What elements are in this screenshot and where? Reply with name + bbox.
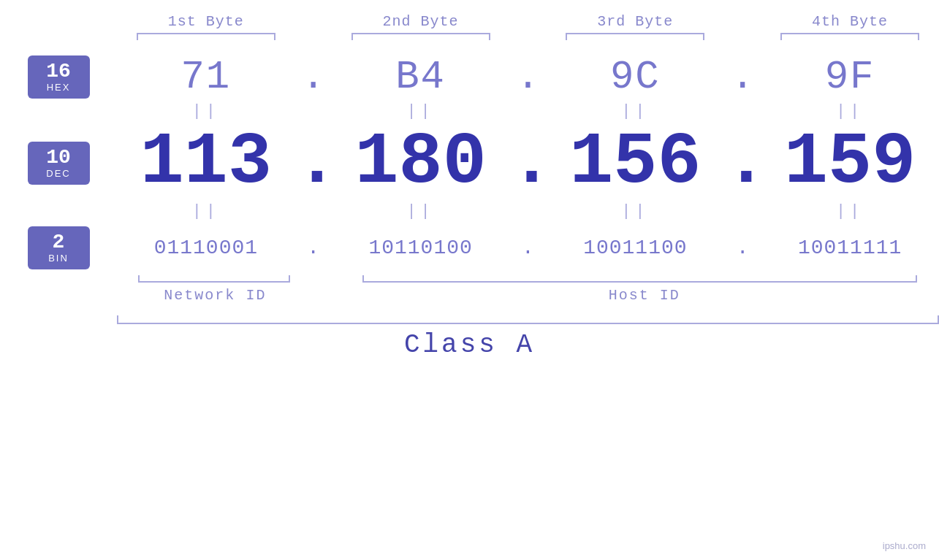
- bin-byte3: 10011100: [547, 237, 725, 259]
- dec-number: 10: [38, 147, 80, 168]
- bin-number: 2: [38, 232, 80, 253]
- bin-dot2: .: [510, 237, 547, 259]
- network-id-label: Network ID: [117, 287, 313, 304]
- bin-label-box: 2 BIN: [28, 226, 90, 269]
- byte2-header: 2nd Byte: [332, 13, 510, 30]
- eq2-b1: ||: [117, 202, 295, 220]
- eq1-b3: ||: [547, 102, 725, 120]
- equals-row-2: || || || ||: [0, 202, 939, 220]
- dec-dot3: .: [724, 126, 761, 199]
- eq1-b2: ||: [332, 102, 510, 120]
- hex-row: 16 HEX 71 . B4 . 9C . 9F: [0, 55, 939, 99]
- outer-bracket-row: [0, 315, 939, 324]
- byte2-top-bracket: [351, 33, 490, 40]
- byte3-header: 3rd Byte: [547, 13, 725, 30]
- byte4-header: 4th Byte: [761, 13, 939, 30]
- hex-byte4: 9F: [761, 55, 939, 99]
- bin-byte2: 10110100: [332, 237, 510, 259]
- byte3-top-bracket: [566, 33, 704, 40]
- eq1-b1: ||: [117, 102, 295, 120]
- dec-dot1: .: [295, 126, 332, 199]
- class-label: Class A: [404, 330, 535, 360]
- bin-row: 2 BIN 01110001 . 10110100 . 10011100 . 1…: [0, 226, 939, 269]
- network-id-bracket: [138, 275, 290, 283]
- bottom-brackets-row: [0, 275, 939, 283]
- eq2-b3: ||: [547, 202, 725, 220]
- hex-label-box: 16 HEX: [28, 55, 90, 99]
- bin-dot1: .: [295, 237, 332, 259]
- dec-dot2: .: [510, 126, 547, 199]
- bin-byte4: 10011111: [761, 237, 939, 259]
- main-container: 1st Byte 2nd Byte 3rd Byte 4th Byte 16 H…: [0, 0, 939, 560]
- dec-byte3: 156: [547, 126, 725, 199]
- hex-dot2: .: [510, 55, 547, 99]
- byte1-header: 1st Byte: [117, 13, 295, 30]
- bottom-section: Network ID Host ID: [0, 275, 939, 304]
- hex-number: 16: [38, 61, 80, 82]
- dec-byte4: 159: [761, 126, 939, 199]
- byte1-top-bracket: [137, 33, 275, 40]
- dec-byte1: 113: [117, 126, 295, 199]
- dec-row: 10 DEC 113 . 180 . 156 . 159: [0, 126, 939, 199]
- outer-bracket: [117, 315, 939, 324]
- byte4-top-bracket: [780, 33, 919, 40]
- equals-row-1: || || || ||: [0, 102, 939, 120]
- eq1-b4: ||: [761, 102, 939, 120]
- watermark: ipshu.com: [883, 540, 926, 551]
- dec-text: DEC: [38, 168, 80, 179]
- byte-headers: 1st Byte 2nd Byte 3rd Byte 4th Byte: [0, 0, 939, 30]
- class-row: Class A: [0, 330, 939, 360]
- host-id-bracket: [362, 275, 917, 283]
- hex-dot1: .: [295, 55, 332, 99]
- top-bracket-row: [0, 33, 939, 40]
- labels-row: Network ID Host ID: [0, 287, 939, 304]
- hex-byte1: 71: [117, 55, 295, 99]
- dec-label-box: 10 DEC: [28, 142, 90, 185]
- eq2-b4: ||: [761, 202, 939, 220]
- bin-text: BIN: [38, 253, 80, 264]
- hex-byte3: 9C: [547, 55, 725, 99]
- dec-byte2: 180: [332, 126, 510, 199]
- bin-dot3: .: [724, 237, 761, 259]
- bin-byte1: 01110001: [117, 237, 295, 259]
- host-id-label: Host ID: [350, 287, 939, 304]
- hex-byte2: B4: [332, 55, 510, 99]
- hex-text: HEX: [38, 82, 80, 93]
- hex-dot3: .: [724, 55, 761, 99]
- eq2-b2: ||: [332, 202, 510, 220]
